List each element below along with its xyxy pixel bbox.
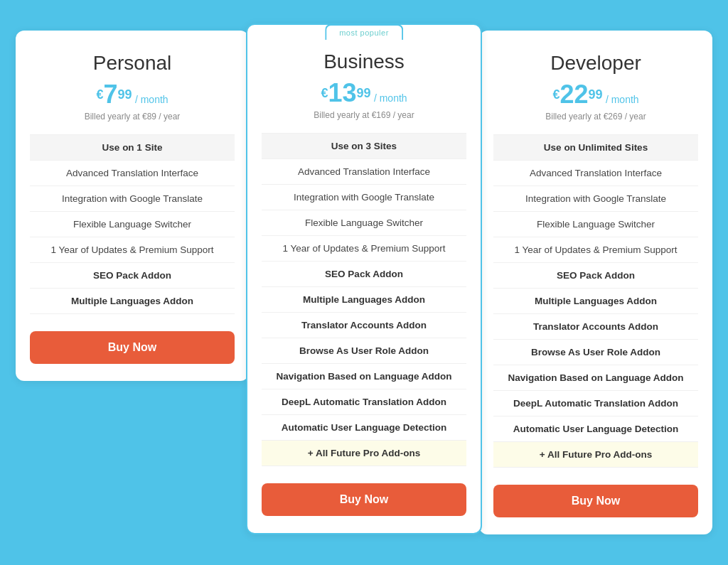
price-currency-developer: € xyxy=(552,87,560,102)
feature-item-developer-11: Automatic User Language Detection xyxy=(493,416,698,442)
feature-item-personal-4: 1 Year of Updates & Premium Support xyxy=(30,237,235,263)
feature-item-developer-10: DeepL Automatic Translation Addon xyxy=(493,391,698,416)
plan-price-personal: €799 / month xyxy=(30,82,235,107)
feature-item-developer-1: Advanced Translation Interface xyxy=(493,161,698,186)
feature-item-business-10: DeepL Automatic Translation Addon xyxy=(262,389,466,415)
feature-item-business-5: SEO Pack Addon xyxy=(262,262,466,287)
feature-item-personal-2: Integration with Google Translate xyxy=(30,186,235,212)
feature-item-developer-6: Multiple Languages Addon xyxy=(493,289,698,314)
plan-price-business: €1399 / month xyxy=(262,80,466,106)
feature-item-developer-7: Translator Accounts Addon xyxy=(493,314,698,340)
plan-name-developer: Developer xyxy=(493,52,698,75)
price-currency-personal: € xyxy=(96,87,103,102)
feature-item-developer-8: Browse As User Role Addon xyxy=(493,340,698,365)
billed-yearly-developer: Billed yearly at €269 / year xyxy=(493,112,698,122)
price-main-personal: 7 xyxy=(103,80,117,109)
billed-yearly-personal: Billed yearly at €89 / year xyxy=(30,112,235,122)
price-period-developer: / month xyxy=(606,94,639,105)
feature-item-developer-3: Flexible Language Switcher xyxy=(493,212,698,237)
price-decimal-personal: 99 xyxy=(117,87,132,102)
feature-item-developer-5: SEO Pack Addon xyxy=(493,263,698,289)
features-list-business: Use on 3 SitesAdvanced Translation Inter… xyxy=(262,133,466,466)
price-main-developer: 22 xyxy=(560,80,588,109)
feature-item-business-11: Automatic User Language Detection xyxy=(262,415,466,441)
feature-item-business-12: + All Future Pro Add-ons xyxy=(262,441,466,466)
plan-card-business: most populer Business €1399 / month Bill… xyxy=(246,23,482,534)
price-decimal-developer: 99 xyxy=(588,87,602,102)
price-main-business: 13 xyxy=(328,78,356,107)
feature-item-developer-12: + All Future Pro Add-ons xyxy=(493,442,698,468)
price-decimal-business: 99 xyxy=(356,86,370,100)
feature-item-business-8: Browse As User Role Addon xyxy=(262,338,466,364)
feature-item-business-2: Integration with Google Translate xyxy=(262,185,466,210)
price-period-personal: / month xyxy=(135,94,168,105)
features-list-personal: Use on 1 SiteAdvanced Translation Interf… xyxy=(30,134,235,314)
feature-item-developer-9: Navigation Based on Language Addon xyxy=(493,365,698,391)
billed-yearly-business: Billed yearly at €169 / year xyxy=(262,110,466,120)
plan-name-business: Business xyxy=(262,50,466,73)
feature-item-business-3: Flexible Language Switcher xyxy=(262,210,466,236)
most-popular-badge: most populer xyxy=(325,24,403,40)
buy-button-business[interactable]: Buy Now xyxy=(262,483,466,516)
buy-button-personal[interactable]: Buy Now xyxy=(30,331,235,364)
feature-item-developer-2: Integration with Google Translate xyxy=(493,186,698,212)
feature-item-developer-4: 1 Year of Updates & Premium Support xyxy=(493,237,698,263)
feature-item-business-7: Translator Accounts Addon xyxy=(262,313,466,338)
plan-name-personal: Personal xyxy=(30,52,235,75)
buy-button-developer[interactable]: Buy Now xyxy=(493,485,698,517)
price-currency-business: € xyxy=(321,86,328,100)
feature-item-business-6: Multiple Languages Addon xyxy=(262,287,466,313)
price-period-business: / month xyxy=(374,92,407,104)
feature-item-business-1: Advanced Translation Interface xyxy=(262,159,466,185)
feature-item-personal-6: Multiple Languages Addon xyxy=(30,289,235,314)
feature-item-personal-5: SEO Pack Addon xyxy=(30,263,235,289)
feature-item-personal-1: Advanced Translation Interface xyxy=(30,161,235,186)
plan-card-developer: Developer €2299 / month Billed yearly at… xyxy=(479,31,712,534)
plan-card-personal: Personal €799 / month Billed yearly at €… xyxy=(16,31,249,381)
feature-item-business-4: 1 Year of Updates & Premium Support xyxy=(262,236,466,262)
features-list-developer: Use on Unlimited SitesAdvanced Translati… xyxy=(493,134,698,468)
pricing-container: Personal €799 / month Billed yearly at €… xyxy=(16,31,712,534)
plan-price-developer: €2299 / month xyxy=(493,82,698,107)
feature-item-developer-0: Use on Unlimited Sites xyxy=(493,134,698,161)
feature-item-personal-3: Flexible Language Switcher xyxy=(30,212,235,237)
feature-item-personal-0: Use on 1 Site xyxy=(30,134,235,161)
feature-item-business-0: Use on 3 Sites xyxy=(262,133,466,159)
feature-item-business-9: Navigation Based on Language Addon xyxy=(262,364,466,389)
